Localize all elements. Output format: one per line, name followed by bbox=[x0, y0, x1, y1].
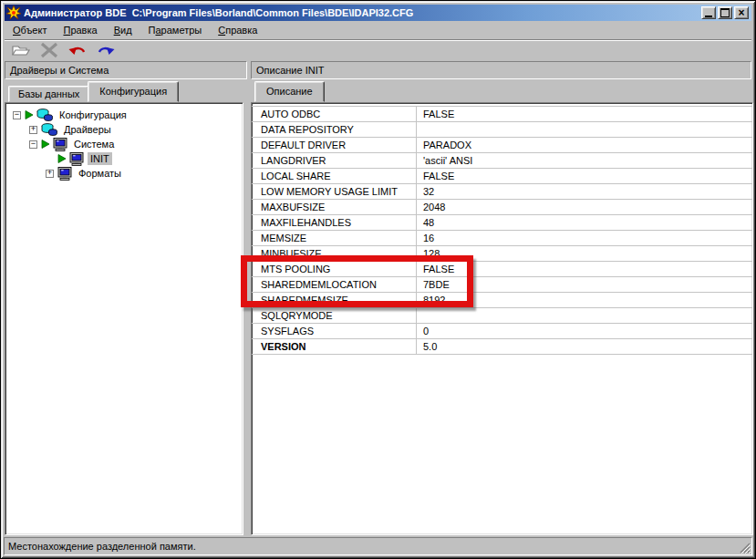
properties-panel: AUTO ODBCFALSEDATA REPOSITORYDEFAULT DRI… bbox=[251, 102, 753, 535]
menu-edit[interactable]: Правка bbox=[55, 22, 105, 38]
table-row[interactable]: SQLQRYMODE bbox=[252, 308, 752, 324]
property-value-cell[interactable]: 8192 bbox=[417, 295, 445, 305]
table-row[interactable]: LOW MEMORY USAGE LIMIT32 bbox=[252, 184, 752, 200]
table-row[interactable]: DEFAULT DRIVERPARADOX bbox=[252, 138, 752, 153]
property-value-cell[interactable]: 0 bbox=[417, 326, 429, 336]
right-panel-header: Описание INIT bbox=[251, 61, 751, 79]
property-name-cell: SYSFLAGS bbox=[252, 324, 417, 338]
property-name-cell: LOW MEMORY USAGE LIMIT bbox=[252, 184, 417, 199]
redo-arrow-icon bbox=[97, 44, 115, 57]
property-name-cell: SHAREDMEMLOCATION bbox=[252, 277, 417, 292]
property-value-cell[interactable]: FALSE bbox=[417, 171, 454, 181]
collapse-minus-icon[interactable]: − bbox=[13, 111, 21, 119]
config-tree-panel: −Конфигурация+Драйверы−СистемаINIT+Форма… bbox=[5, 102, 243, 535]
expand-plus-icon[interactable]: + bbox=[46, 170, 54, 178]
bde-administrator-window: Администратор BDE C:\Program Files\Borla… bbox=[0, 0, 756, 559]
menu-view[interactable]: Вид bbox=[106, 22, 140, 38]
green-arrow-icon bbox=[25, 110, 34, 119]
property-name-cell: LOCAL SHARE bbox=[252, 169, 417, 183]
property-value-cell[interactable]: 7BDE bbox=[417, 279, 450, 290]
collapse-minus-icon[interactable]: − bbox=[29, 140, 37, 149]
table-row[interactable]: MEMSIZE16 bbox=[252, 231, 752, 246]
table-row[interactable]: LOCAL SHAREFALSE bbox=[252, 169, 752, 184]
table-row[interactable]: MTS POOLINGFALSE bbox=[252, 262, 752, 277]
status-text: Местонахождение разделенной памяти. bbox=[8, 541, 196, 552]
property-name-cell: SQLQRYMODE bbox=[252, 308, 417, 323]
table-row[interactable]: MAXFILEHANDLES48 bbox=[252, 215, 752, 231]
database-icon bbox=[36, 109, 53, 122]
property-value-cell[interactable]: 32 bbox=[417, 186, 434, 197]
property-value-cell[interactable]: 128 bbox=[417, 248, 440, 259]
right-tabstrip: Описание bbox=[256, 82, 325, 102]
property-name-cell: AUTO ODBC bbox=[252, 107, 417, 121]
expand-plus-icon[interactable]: + bbox=[29, 126, 37, 134]
property-value-cell[interactable]: FALSE bbox=[417, 109, 454, 119]
property-name-cell: MAXBUFSIZE bbox=[252, 200, 417, 214]
table-row[interactable]: MINBUFSIZE128 bbox=[252, 246, 752, 262]
table-row[interactable]: SYSFLAGS0 bbox=[252, 324, 752, 339]
table-row[interactable]: AUTO ODBCFALSE bbox=[252, 107, 752, 122]
table-row[interactable]: SHAREDMEMLOCATION7BDE bbox=[252, 277, 752, 293]
property-name-cell: MINBUFSIZE bbox=[252, 246, 417, 261]
computer-icon bbox=[53, 138, 67, 151]
close-icon: × bbox=[738, 8, 744, 17]
open-button[interactable] bbox=[10, 41, 32, 59]
undo-button[interactable] bbox=[67, 41, 88, 59]
delete-button[interactable] bbox=[38, 41, 60, 59]
maximize-button[interactable] bbox=[718, 6, 732, 19]
tree-item-label: Драйверы bbox=[61, 123, 114, 136]
bde-app-icon bbox=[6, 5, 21, 20]
property-name-cell: DEFAULT DRIVER bbox=[252, 138, 417, 152]
table-row[interactable]: MAXBUFSIZE2048 bbox=[252, 200, 752, 215]
tree-item-label: INIT bbox=[88, 152, 112, 165]
tab-description[interactable]: Описание bbox=[254, 81, 325, 102]
tree-item-system[interactable]: −Система bbox=[5, 137, 243, 151]
tree-item-configuration[interactable]: −Конфигурация bbox=[5, 108, 243, 122]
property-name-cell: MAXFILEHANDLES bbox=[252, 215, 417, 230]
database-icon bbox=[41, 123, 57, 137]
redo-button[interactable] bbox=[95, 41, 117, 59]
menu-options[interactable]: Параметры bbox=[140, 22, 211, 38]
window-title: Администратор BDE C:\Program Files\Borla… bbox=[24, 7, 701, 18]
property-value-cell[interactable]: 5.0 bbox=[417, 341, 437, 352]
table-row[interactable]: VERSION5.0 bbox=[252, 339, 752, 355]
tree-item-formats[interactable]: +Форматы bbox=[5, 166, 243, 181]
tab-configuration[interactable]: Конфигурация bbox=[88, 81, 179, 102]
property-value-cell[interactable]: 48 bbox=[417, 217, 434, 228]
resize-grip[interactable] bbox=[739, 542, 751, 554]
green-arrow-icon bbox=[41, 140, 50, 149]
menu-help[interactable]: Справка bbox=[210, 22, 265, 38]
maximize-icon bbox=[720, 8, 730, 17]
menu-object[interactable]: Объект bbox=[5, 22, 55, 38]
property-name-cell: DATA REPOSITORY bbox=[252, 122, 417, 137]
minimize-button[interactable] bbox=[701, 6, 716, 19]
status-bar: Местонахождение разделенной памяти. bbox=[4, 537, 752, 555]
table-row[interactable]: LANGDRIVER'ascii' ANSI bbox=[252, 153, 752, 169]
green-arrow-icon bbox=[57, 154, 67, 163]
tree-item-label: Система bbox=[71, 138, 117, 150]
config-tree: −Конфигурация+Драйверы−СистемаINIT+Форма… bbox=[5, 103, 243, 181]
property-value-cell[interactable]: FALSE bbox=[417, 264, 454, 274]
property-value-cell[interactable]: 'ascii' ANSI bbox=[417, 155, 472, 166]
tab-databases[interactable]: Базы данных bbox=[8, 86, 89, 102]
computer-icon bbox=[69, 152, 84, 166]
title-bar[interactable]: Администратор BDE C:\Program Files\Borla… bbox=[5, 5, 751, 21]
table-row[interactable]: DATA REPOSITORY bbox=[252, 122, 752, 138]
left-tabstrip: Базы данныхКонфигурация bbox=[8, 82, 179, 102]
property-name-cell: SHAREDMEMSIZE bbox=[252, 293, 417, 307]
tree-item-drivers[interactable]: +Драйверы bbox=[5, 122, 243, 137]
property-name-cell: MEMSIZE bbox=[252, 231, 417, 245]
undo-arrow-icon bbox=[68, 44, 87, 57]
minimize-icon bbox=[705, 16, 712, 17]
close-button[interactable]: × bbox=[734, 6, 749, 19]
table-row[interactable]: SHAREDMEMSIZE8192 bbox=[252, 293, 752, 308]
properties-table: AUTO ODBCFALSEDATA REPOSITORYDEFAULT DRI… bbox=[252, 106, 752, 355]
tree-item-init[interactable]: INIT bbox=[5, 151, 243, 166]
property-value-cell[interactable]: 2048 bbox=[417, 202, 445, 212]
menu-bar: ОбъектПравкаВидПараметрыСправка bbox=[5, 22, 751, 38]
property-name-cell: MTS POOLING bbox=[252, 262, 417, 276]
property-value-cell[interactable]: PARADOX bbox=[417, 140, 471, 150]
open-folder-icon bbox=[12, 43, 30, 57]
property-value-cell[interactable]: 16 bbox=[417, 233, 434, 243]
delete-x-icon bbox=[39, 42, 59, 58]
